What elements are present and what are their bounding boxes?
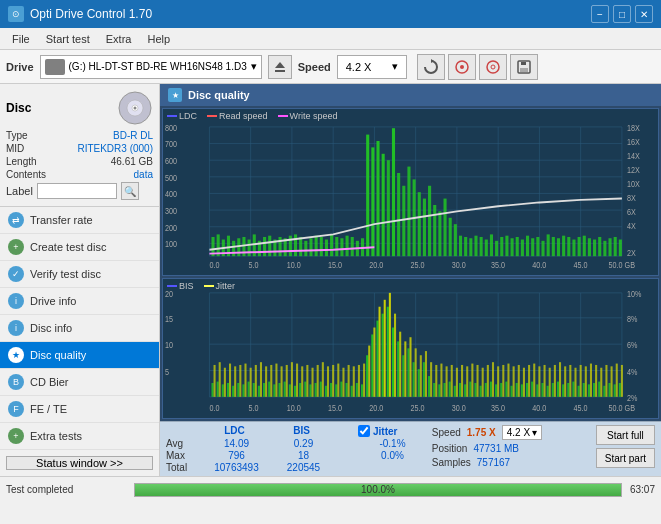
svg-rect-186 xyxy=(242,385,244,397)
nav-cd-bier[interactable]: B CD Bier xyxy=(0,369,159,396)
nav-drive-info-label: Drive info xyxy=(30,295,76,307)
svg-rect-324 xyxy=(544,365,546,397)
svg-rect-219 xyxy=(413,363,415,398)
label-search-button[interactable]: 🔍 xyxy=(121,182,139,200)
svg-rect-295 xyxy=(394,314,396,397)
svg-rect-124 xyxy=(526,236,529,256)
svg-rect-70 xyxy=(248,240,251,257)
svg-rect-107 xyxy=(438,211,441,256)
speed-dropdown-btn[interactable]: 4.2 X ▾ xyxy=(502,425,542,440)
read-speed-legend-label: Read speed xyxy=(219,111,268,121)
jitter-checkbox[interactable] xyxy=(358,425,370,437)
svg-text:15.0: 15.0 xyxy=(328,260,342,270)
svg-rect-216 xyxy=(397,342,399,397)
status-text: Test completed xyxy=(6,484,126,495)
svg-rect-189 xyxy=(258,386,260,397)
svg-rect-122 xyxy=(516,237,519,256)
nav-fe-te[interactable]: F FE / TE xyxy=(0,396,159,423)
svg-rect-272 xyxy=(275,364,277,397)
close-button[interactable]: ✕ xyxy=(635,5,653,23)
samples-row: Samples 757167 xyxy=(432,457,592,468)
svg-text:400: 400 xyxy=(165,190,177,200)
nav-disc-quality[interactable]: ★ Disc quality xyxy=(0,342,159,369)
svg-rect-112 xyxy=(464,237,467,256)
toolbar-icons xyxy=(417,54,538,80)
svg-rect-243 xyxy=(536,385,538,397)
speed-select[interactable]: 4.2 X ▾ xyxy=(337,55,407,79)
svg-rect-203 xyxy=(330,383,332,397)
svg-rect-130 xyxy=(557,238,560,256)
svg-rect-314 xyxy=(492,363,494,398)
svg-rect-187 xyxy=(248,382,250,397)
svg-text:6X: 6X xyxy=(627,208,636,218)
avg-row: Avg 14.09 0.29 -0.1% xyxy=(166,438,428,449)
svg-rect-85 xyxy=(325,240,328,257)
svg-rect-196 xyxy=(294,386,296,397)
svg-text:50.0 GB: 50.0 GB xyxy=(609,402,636,413)
svg-rect-98 xyxy=(392,128,395,256)
svg-rect-94 xyxy=(371,147,374,256)
speed-info-row: Speed 1.75 X 4.2 X ▾ xyxy=(432,425,592,440)
svg-text:20.0: 20.0 xyxy=(369,402,383,413)
start-full-button[interactable]: Start full xyxy=(596,425,655,445)
menu-extra[interactable]: Extra xyxy=(98,31,140,47)
start-part-button[interactable]: Start part xyxy=(596,448,655,468)
nav-drive-info[interactable]: i Drive info xyxy=(0,288,159,315)
nav-fe-te-label: FE / TE xyxy=(30,403,67,415)
svg-rect-256 xyxy=(603,386,605,397)
svg-rect-337 xyxy=(611,367,613,398)
nav-create-test-disc[interactable]: + Create test disc xyxy=(0,234,159,261)
svg-rect-318 xyxy=(513,367,515,398)
svg-rect-120 xyxy=(505,236,508,256)
svg-rect-126 xyxy=(536,237,539,256)
position-label: Position xyxy=(432,443,468,454)
chart2-svg: 20 15 10 5 10% 8% 6% 4% 2% 0.0 5.0 10.0 xyxy=(163,279,658,418)
svg-rect-321 xyxy=(528,365,530,397)
disc-button[interactable] xyxy=(448,54,476,80)
svg-rect-302 xyxy=(430,363,432,398)
svg-rect-257 xyxy=(609,383,611,397)
svg-rect-116 xyxy=(485,240,488,257)
svg-text:700: 700 xyxy=(165,140,177,150)
nav-disc-info[interactable]: i Disc info xyxy=(0,315,159,342)
svg-rect-202 xyxy=(325,386,327,397)
refresh-button[interactable] xyxy=(417,54,445,80)
drive-select[interactable]: (G:) HL-DT-ST BD-RE WH16NS48 1.D3 ▾ xyxy=(40,55,262,79)
maximize-button[interactable]: □ xyxy=(613,5,631,23)
svg-rect-327 xyxy=(559,363,561,398)
disc-image xyxy=(117,90,153,126)
speed-stat-val: 1.75 X xyxy=(467,427,496,438)
svg-rect-200 xyxy=(315,383,317,397)
copy-button[interactable] xyxy=(479,54,507,80)
eject-button[interactable] xyxy=(268,55,292,79)
nav-items: ⇄ Transfer rate + Create test disc ✓ Ver… xyxy=(0,207,159,450)
menu-file[interactable]: File xyxy=(4,31,38,47)
svg-text:14X: 14X xyxy=(627,151,640,161)
svg-text:8X: 8X xyxy=(627,193,636,203)
mid-val: RITEKDR3 (000) xyxy=(77,143,153,154)
app-title: Opti Drive Control 1.70 xyxy=(30,7,152,21)
nav-verify-test-disc[interactable]: ✓ Verify test disc xyxy=(0,261,159,288)
nav-extra-tests[interactable]: + Extra tests xyxy=(0,423,159,450)
svg-rect-232 xyxy=(480,386,482,397)
title-bar: ⊙ Opti Drive Control 1.70 − □ ✕ xyxy=(0,0,661,28)
menu-help[interactable]: Help xyxy=(139,31,178,47)
disc-section-label: Disc xyxy=(6,101,31,115)
svg-rect-103 xyxy=(418,192,421,256)
total-label: Total xyxy=(166,462,202,473)
status-window-button[interactable]: Status window >> xyxy=(6,456,153,470)
svg-rect-83 xyxy=(315,236,318,256)
svg-rect-240 xyxy=(521,385,523,397)
minimize-button[interactable]: − xyxy=(591,5,609,23)
svg-rect-205 xyxy=(340,382,342,397)
label-input[interactable] xyxy=(37,183,117,199)
svg-rect-276 xyxy=(296,364,298,397)
bottom-stats-panel: LDC BIS Jitter Avg 14.09 0.29 -0.1% xyxy=(160,421,661,476)
nav-transfer-rate[interactable]: ⇄ Transfer rate xyxy=(0,207,159,234)
menu-start-test[interactable]: Start test xyxy=(38,31,98,47)
main-layout: Disc Type BD-R DL MID RITEKDR3 (000) Len… xyxy=(0,84,661,476)
svg-rect-238 xyxy=(511,386,513,397)
save-button[interactable] xyxy=(510,54,538,80)
svg-text:30.0: 30.0 xyxy=(452,402,466,413)
svg-rect-9 xyxy=(521,62,526,65)
